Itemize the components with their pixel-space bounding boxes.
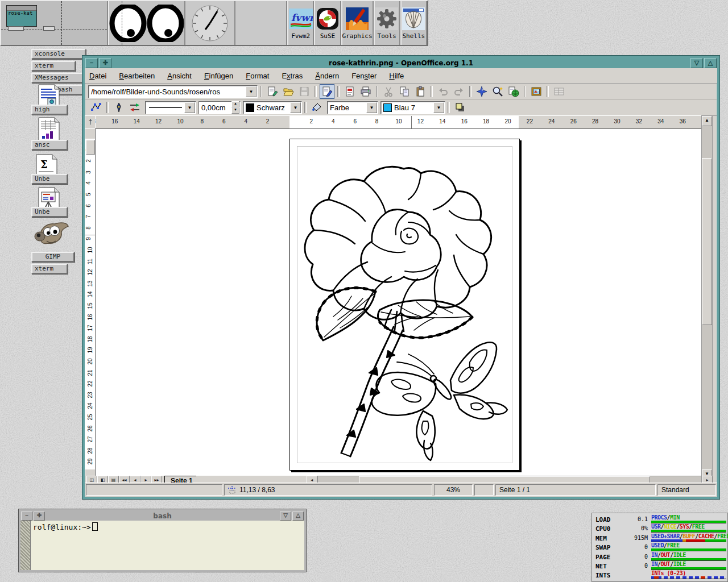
line-width-spinner[interactable]: 0,00cm ▲▼ xyxy=(198,101,241,114)
menu-einfgen[interactable]: Einfügen xyxy=(204,72,233,80)
datasource-icon[interactable] xyxy=(552,84,566,99)
status-style-segment[interactable]: Standard xyxy=(657,484,716,496)
drawing-canvas[interactable] xyxy=(95,128,706,477)
status-modified-segment xyxy=(474,484,494,496)
window-menu-button[interactable]: – xyxy=(85,58,98,68)
virtual-desktop-pager[interactable]: rose-kat xyxy=(1,1,108,45)
iconified-xmessages[interactable]: XMessages xyxy=(31,73,90,83)
horizontal-ruler[interactable]: 1816141210864224681012141618202224262830… xyxy=(95,115,706,129)
menu-extras[interactable]: Extras xyxy=(282,72,303,80)
iconified-xterm[interactable]: xterm xyxy=(31,61,76,71)
line-width-up-button[interactable]: ▲ xyxy=(231,101,239,107)
gallery-icon[interactable] xyxy=(529,84,544,99)
url-dropdown-button[interactable]: ▼ xyxy=(246,86,257,97)
terminal-iconify-button[interactable]: ▽ xyxy=(280,512,291,521)
pen-style-icon[interactable] xyxy=(111,100,126,115)
scroll-up-button[interactable]: ▲ xyxy=(702,116,712,126)
terminal-resize-button[interactable]: ✚ xyxy=(34,512,45,521)
print-icon[interactable] xyxy=(358,84,373,99)
menu-ansicht[interactable]: Ansicht xyxy=(167,72,192,80)
menu-datei[interactable]: Datei xyxy=(89,72,106,80)
menu-fenster[interactable]: Fenster xyxy=(351,72,377,80)
terminal-titlebar[interactable]: – ✚ bash ▽ △ xyxy=(20,511,304,521)
menu-hilfe[interactable]: Hilfe xyxy=(389,72,404,80)
iconified-high[interactable]: high xyxy=(31,105,68,115)
edit-points-icon[interactable] xyxy=(89,100,104,115)
ruler-origin-box[interactable]: † xyxy=(85,115,96,129)
cut-icon[interactable] xyxy=(381,84,396,99)
toolbar-separator xyxy=(376,86,378,97)
vertical-scroll-thumb[interactable] xyxy=(702,158,712,325)
edit-file-icon[interactable] xyxy=(320,84,334,99)
save-document-icon[interactable] xyxy=(297,84,312,99)
vertical-scrollbar[interactable]: ▲ ▼ xyxy=(701,115,713,480)
terminal-screen[interactable]: rolf@linux:~> xyxy=(31,521,304,570)
line-style-combobox[interactable]: ▼ xyxy=(145,101,196,114)
fill-style-icon[interactable] xyxy=(309,100,324,115)
line-ends-icon[interactable] xyxy=(127,100,142,115)
new-document-icon[interactable] xyxy=(265,84,280,99)
hruler-tick: 14 xyxy=(439,118,445,124)
undo-icon[interactable] xyxy=(436,84,450,99)
terminal-menu-button[interactable]: – xyxy=(21,512,32,521)
window-maximize-button[interactable]: △ xyxy=(704,58,717,68)
vertical-ruler[interactable]: 1234567891011121314151617181920212223242… xyxy=(85,128,96,477)
line-width-down-button[interactable]: ▼ xyxy=(231,107,239,114)
iconified-unbenannt-3[interactable]: Unbe xyxy=(31,207,68,217)
open-document-icon[interactable] xyxy=(281,84,296,99)
window-resize-button[interactable]: ✚ xyxy=(99,58,111,68)
fill-color-dropdown-button[interactable]: ▼ xyxy=(433,102,444,113)
launcher-graphics[interactable]: Graphics xyxy=(341,1,374,45)
menu-bar: DateiBearbeitenAnsichtEinfügenFormatExtr… xyxy=(85,68,717,84)
document-page[interactable] xyxy=(289,139,520,471)
paste-icon[interactable] xyxy=(413,84,428,99)
shadow-icon[interactable] xyxy=(453,100,468,115)
launcher-fvwm2[interactable]: fvwm Fvwm2 xyxy=(287,1,314,45)
iconified-gimp[interactable]: GIMP xyxy=(31,252,75,262)
fill-style-value[interactable]: Farbe xyxy=(328,103,366,112)
window-iconify-button[interactable]: ▽ xyxy=(690,58,703,68)
load-url-value[interactable]: /home/rolf/Bilder-und-Sounds/rosen/ros xyxy=(89,88,245,96)
load-url-combobox[interactable]: /home/rolf/Bilder-und-Sounds/rosen/ros ▼ xyxy=(88,85,258,98)
line-color-value[interactable]: Schwarz xyxy=(254,103,289,112)
launcher-shells[interactable]: Shells xyxy=(400,1,427,45)
fill-color-combobox[interactable]: Blau 7 ▼ xyxy=(380,101,445,114)
status-zoom-segment[interactable]: 43% xyxy=(434,484,473,496)
pager-mini-terminal[interactable] xyxy=(8,26,24,31)
hyperlink-icon[interactable] xyxy=(506,84,521,99)
toolbar-separator xyxy=(448,102,450,113)
iconified-unbenannt-2[interactable]: Unbe xyxy=(31,174,68,184)
terminal-maximize-button[interactable]: △ xyxy=(292,512,304,521)
navigator-icon[interactable] xyxy=(474,84,489,99)
menu-bearbeiten[interactable]: Bearbeiten xyxy=(119,72,155,80)
hruler-tick: 12 xyxy=(155,118,162,124)
iconified-xconsole[interactable]: xconsole xyxy=(31,49,86,59)
line-style-dropdown-button[interactable]: ▼ xyxy=(184,102,195,113)
fill-style-dropdown-button[interactable]: ▼ xyxy=(366,102,377,113)
launcher-suse[interactable]: SuSE xyxy=(314,1,341,45)
menu-format[interactable]: Format xyxy=(246,72,269,80)
export-pdf-icon[interactable] xyxy=(342,84,357,99)
line-width-value[interactable]: 0,00cm xyxy=(199,103,231,112)
hruler-tick: 6 xyxy=(353,118,357,124)
terminal-scrollbar[interactable] xyxy=(20,521,31,570)
launcher-tools[interactable]: Tools xyxy=(374,1,400,45)
fill-color-value[interactable]: Blau 7 xyxy=(392,103,433,112)
redo-icon[interactable] xyxy=(452,84,466,99)
line-color-combobox[interactable]: Schwarz ▼ xyxy=(243,101,302,114)
openoffice-titlebar[interactable]: – ✚ rose-kathrin.png - OpenOffice.org 1.… xyxy=(85,58,717,68)
fill-style-combobox[interactable]: Farbe ▼ xyxy=(327,101,378,114)
rose-coloring-drawing[interactable] xyxy=(290,139,519,470)
zoom-icon[interactable] xyxy=(490,84,505,99)
status-position-segment[interactable]: 11,13 / 8,63 xyxy=(224,484,432,496)
copy-icon[interactable] xyxy=(397,84,412,99)
line-color-dropdown-button[interactable]: ▼ xyxy=(290,102,301,113)
iconified-unbenannt-1[interactable]: ansc xyxy=(31,140,68,150)
pager-mini-window[interactable]: rose-kat xyxy=(6,5,37,27)
status-empty-segment xyxy=(86,484,222,496)
menu-ndern[interactable]: Ändern xyxy=(315,72,339,80)
pager-mini-monitor[interactable] xyxy=(43,26,55,31)
iconified-xterm-2[interactable]: xterm xyxy=(31,264,68,274)
gimp-wilber-icon[interactable] xyxy=(33,217,71,250)
status-page-segment[interactable]: Seite 1 / 1 xyxy=(495,484,656,496)
